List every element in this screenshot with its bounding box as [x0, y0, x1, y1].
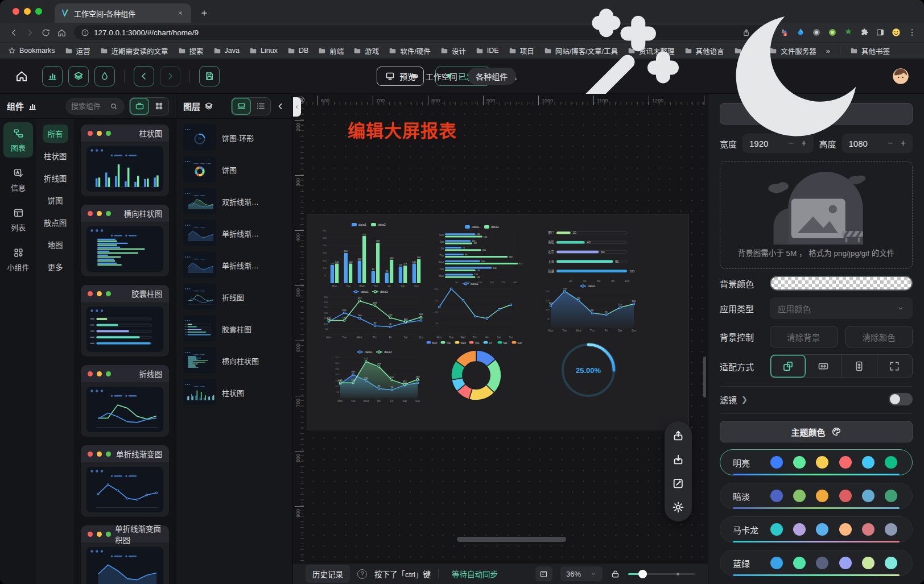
- undo-button[interactable]: [134, 66, 154, 86]
- redo-button[interactable]: [160, 66, 180, 86]
- component-search[interactable]: [65, 98, 125, 115]
- browser-tab[interactable]: 工作空间-各种组件: [55, 3, 191, 23]
- bookmark-folder[interactable]: Linux: [249, 47, 278, 55]
- capsule-chart-widget[interactable]: 厦门20南阳40北京60上海80新疆10020406080100: [542, 223, 640, 284]
- save-button[interactable]: [199, 66, 220, 86]
- theme-color-dot[interactable]: [839, 456, 852, 469]
- layer-item[interactable]: 双折线渐…: [183, 188, 286, 214]
- component-card[interactable]: 柱状图: [81, 125, 169, 196]
- theme-color-dot[interactable]: [862, 456, 874, 469]
- theme-color-dot[interactable]: [816, 523, 828, 536]
- user-avatar[interactable]: [892, 68, 909, 85]
- component-search-input[interactable]: [71, 102, 108, 110]
- filter-toggle[interactable]: [889, 393, 913, 405]
- theme-color-dot[interactable]: [862, 490, 874, 502]
- background-color-swatch[interactable]: [770, 276, 913, 291]
- sidebar-item-charts[interactable]: 图表: [3, 122, 33, 158]
- background-upload-dropzone[interactable]: 背景图需小于 5M ， 格式为 png/jpg/gif 的文件: [720, 161, 913, 269]
- theme-color-dot[interactable]: [862, 557, 874, 569]
- bookmark-folder[interactable]: 游戏: [353, 45, 379, 56]
- theme-color-dot[interactable]: [862, 523, 874, 536]
- pie-chart-widget[interactable]: MonTueWedThuFriSatSun: [416, 338, 536, 405]
- clear-color-button[interactable]: 清除颜色: [845, 326, 913, 347]
- list-view-button[interactable]: [251, 98, 270, 115]
- bookmarks-manager[interactable]: Bookmarks: [8, 47, 55, 55]
- reload-icon[interactable]: [38, 24, 53, 40]
- fit-height-button[interactable]: [842, 355, 877, 378]
- design-canvas[interactable]: 6007008009001000110012001300 20030040050…: [293, 94, 708, 584]
- theme-color-dot[interactable]: [839, 523, 852, 536]
- layer-item[interactable]: 25%饼图-环形: [183, 125, 286, 151]
- thumbnail-view-button[interactable]: [232, 98, 251, 115]
- category-item[interactable]: 地图: [43, 235, 68, 254]
- app-type-select[interactable]: 应用颜色: [770, 297, 913, 319]
- line-chart-widget[interactable]: 50100150200250300350MonTueWedThuFriSatSu…: [317, 288, 427, 342]
- component-card[interactable]: 横向柱状图: [81, 205, 169, 276]
- component-card[interactable]: 折线图: [81, 365, 169, 437]
- history-button[interactable]: 历史记录: [306, 565, 350, 583]
- component-card[interactable]: 胶囊柱图: [81, 285, 169, 357]
- help-icon[interactable]: ?: [357, 569, 367, 579]
- grid-view-button[interactable]: [149, 98, 168, 115]
- layer-item[interactable]: 横向柱状图: [183, 347, 286, 374]
- theme-color-dot[interactable]: [839, 557, 852, 569]
- component-card[interactable]: 单折线渐变图: [81, 445, 169, 517]
- theme-color-dot[interactable]: [816, 557, 828, 569]
- theme-color-dot[interactable]: [770, 523, 783, 536]
- bookmark-folder[interactable]: 近期需要读的文章: [100, 45, 168, 56]
- gradient-line-widget[interactable]: 50100150200MonTueWedThuFriSatSundata1: [428, 280, 517, 342]
- fit-stretch-button[interactable]: [877, 355, 913, 378]
- dark-mode-moon-icon[interactable]: [710, 0, 881, 161]
- clear-background-button[interactable]: 清除背景: [770, 326, 838, 347]
- chevron-right-icon[interactable]: ❯: [741, 395, 748, 404]
- details-toggle-button[interactable]: [94, 66, 115, 86]
- zoom-slider[interactable]: [628, 570, 695, 578]
- minimize-window-button[interactable]: [24, 8, 31, 15]
- layers-toggle-button[interactable]: [68, 66, 89, 86]
- layer-item[interactable]: 单折线渐…: [183, 252, 286, 278]
- category-item[interactable]: 柱状图: [39, 147, 72, 165]
- gradient-area-widget[interactable]: 50100150200MonTueWedThuFriSatSun12020015…: [539, 283, 640, 335]
- single-view-button[interactable]: [130, 98, 149, 115]
- theme-color-dot[interactable]: [885, 456, 897, 469]
- theme-color-dot[interactable]: [885, 523, 897, 536]
- slider-knob[interactable]: [638, 570, 647, 578]
- category-item[interactable]: 饼图: [43, 191, 68, 209]
- theme-color-dot[interactable]: [816, 456, 828, 469]
- theme-color-button[interactable]: 主题颜色: [720, 421, 913, 442]
- collapse-panel-icon[interactable]: [275, 101, 286, 111]
- components-toggle-button[interactable]: [42, 66, 63, 86]
- category-item[interactable]: 折线图: [39, 169, 72, 187]
- category-item[interactable]: 散点图: [39, 213, 72, 231]
- layer-item[interactable]: 饼图: [183, 156, 286, 183]
- progress-ring-widget[interactable]: 25.00%: [559, 341, 618, 400]
- maximize-window-button[interactable]: [35, 8, 42, 15]
- app-home-icon[interactable]: [15, 69, 28, 83]
- lock-icon[interactable]: [610, 569, 620, 579]
- sidebar-item-info[interactable]: 信息: [3, 162, 33, 197]
- double-area-widget[interactable]: 50100150200250300350MonTueWedThuFriSatSu…: [329, 349, 423, 405]
- theme-color-dot[interactable]: [770, 557, 783, 569]
- theme-color-dot[interactable]: [770, 456, 783, 469]
- fit-width-button[interactable]: [806, 355, 842, 378]
- theme-color-dot[interactable]: [793, 523, 806, 536]
- bookmark-folder[interactable]: 运营: [65, 45, 90, 56]
- back-icon[interactable]: [6, 24, 22, 40]
- project-name-pill[interactable]: 各种组件: [468, 68, 515, 85]
- big-screen-title[interactable]: 编辑大屏报表: [348, 117, 457, 142]
- panel-collapse-tab[interactable]: [293, 97, 301, 117]
- fit-scale-button[interactable]: [770, 355, 806, 378]
- bar-chart-widget[interactable]: 50100150200250300350MonTueWedThuFriSatSu…: [316, 221, 426, 291]
- layer-item[interactable]: 单折线渐…: [183, 220, 286, 246]
- sidebar-item-widgets[interactable]: 小组件: [3, 242, 33, 277]
- new-tab-button[interactable]: [196, 5, 213, 22]
- theme-color-dot[interactable]: [885, 490, 897, 502]
- forward-icon[interactable]: [22, 24, 38, 40]
- panel-layout-button[interactable]: [535, 566, 552, 581]
- category-item[interactable]: 所有: [43, 125, 68, 143]
- theme-row-暗淡[interactable]: 暗淡: [720, 483, 913, 509]
- design-board[interactable]: 50100150200250300350MonTueWedThuFriSatSu…: [307, 214, 688, 430]
- layer-item[interactable]: 折线图: [183, 284, 286, 310]
- theme-row-马卡龙[interactable]: 马卡龙: [720, 516, 913, 542]
- browser-home-icon[interactable]: [53, 24, 69, 40]
